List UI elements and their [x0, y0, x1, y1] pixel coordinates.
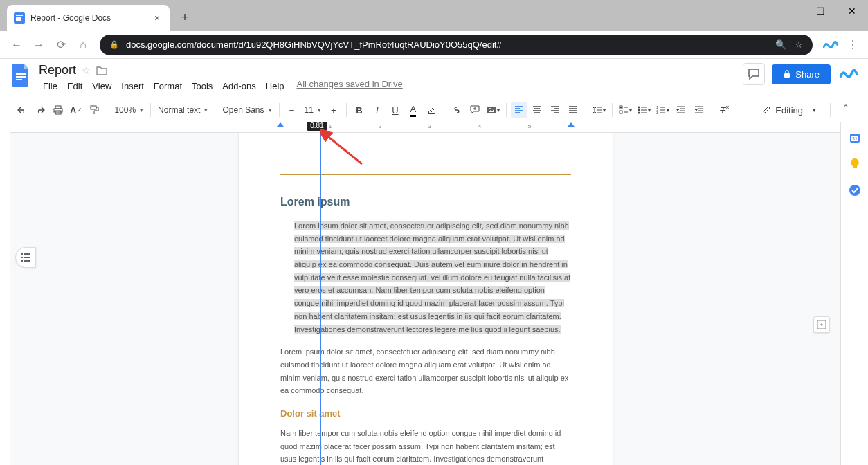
- menu-format[interactable]: Format: [150, 79, 186, 93]
- numbered-list-button[interactable]: 123▾: [654, 102, 671, 118]
- docs-favicon: [14, 12, 25, 24]
- forward-button[interactable]: →: [28, 34, 50, 56]
- increase-indent-button[interactable]: [691, 102, 707, 118]
- calendar-icon[interactable]: 31: [848, 131, 862, 145]
- zoom-select[interactable]: 100%: [111, 105, 146, 115]
- align-center-button[interactable]: [529, 102, 545, 118]
- insert-link-button[interactable]: [449, 102, 465, 118]
- editing-mode-select[interactable]: Editing ▾: [754, 102, 823, 118]
- menu-help[interactable]: Help: [262, 79, 289, 93]
- keep-icon[interactable]: [848, 157, 862, 171]
- heading-dolor-sit-amet[interactable]: Dolor sit amet: [280, 408, 571, 419]
- underline-button[interactable]: U: [387, 102, 404, 118]
- italic-button[interactable]: I: [369, 102, 386, 118]
- svg-point-13: [638, 107, 640, 109]
- insert-image-button[interactable]: ▾: [485, 102, 502, 118]
- side-panel: 31: [840, 122, 868, 465]
- tasks-icon[interactable]: [848, 183, 862, 197]
- print-button[interactable]: [50, 102, 66, 118]
- menu-addons[interactable]: Add-ons: [218, 79, 260, 93]
- svg-point-10: [489, 108, 491, 109]
- menu-file[interactable]: File: [39, 79, 62, 93]
- star-icon[interactable]: ☆: [82, 65, 91, 76]
- horizontal-rule: [280, 174, 571, 175]
- menu-edit[interactable]: Edit: [63, 79, 87, 93]
- bulleted-list-button[interactable]: ▾: [635, 102, 653, 118]
- paragraph-3[interactable]: Nam liber tempor cum soluta nobis eleife…: [280, 427, 571, 465]
- font-size-select[interactable]: 11: [302, 105, 324, 115]
- reload-button[interactable]: ⟳: [50, 34, 72, 56]
- outline-toggle-button[interactable]: [15, 247, 36, 268]
- menubar: File Edit View Insert Format Tools Add-o…: [39, 79, 403, 93]
- menu-insert[interactable]: Insert: [117, 79, 148, 93]
- tab-close-icon[interactable]: ×: [152, 12, 163, 24]
- svg-point-15: [638, 112, 640, 114]
- maximize-button[interactable]: ☐: [804, 0, 836, 22]
- svg-rect-0: [16, 73, 26, 75]
- font-select[interactable]: Open Sans: [219, 105, 274, 115]
- tab-title: Report - Google Docs: [30, 13, 152, 23]
- ruler-mark-5: 5: [528, 123, 531, 129]
- paragraph-1[interactable]: Lorem ipsum dolor sit amet, consectetuer…: [280, 219, 571, 336]
- extension-icon[interactable]: [821, 35, 840, 55]
- svg-rect-4: [55, 106, 61, 109]
- text-color-button[interactable]: A: [405, 102, 422, 118]
- font-size-increase[interactable]: +: [325, 102, 342, 118]
- spellcheck-button[interactable]: A✓: [68, 102, 84, 118]
- bold-button[interactable]: B: [351, 102, 368, 118]
- indent-tooltip: 0.81: [307, 122, 327, 131]
- share-button[interactable]: Share: [772, 64, 831, 84]
- zoom-icon[interactable]: 🔍: [775, 39, 786, 50]
- explore-button[interactable]: [813, 316, 830, 333]
- indent-guide-line: [320, 133, 321, 465]
- docs-toolbar: A✓ 100% Normal text Open Sans − 11 + B I…: [0, 98, 868, 122]
- comments-button[interactable]: [743, 63, 765, 85]
- undo-button[interactable]: [14, 102, 30, 118]
- document-title[interactable]: Report: [39, 63, 76, 78]
- align-left-button[interactable]: [511, 102, 527, 118]
- browser-tab[interactable]: Report - Google Docs ×: [7, 5, 170, 31]
- line-spacing-button[interactable]: ▾: [590, 102, 608, 118]
- paragraph-2[interactable]: Lorem ipsum dolor sit amet, consectetuer…: [280, 345, 571, 397]
- ruler-mark-2: 2: [379, 123, 381, 129]
- save-status[interactable]: All changes saved in Drive: [297, 79, 403, 93]
- document-page[interactable]: Lorem ipsum Lorem ipsum dolor sit amet, …: [239, 133, 613, 465]
- bookmark-icon[interactable]: ☆: [795, 39, 803, 50]
- decrease-indent-button[interactable]: [673, 102, 689, 118]
- url-text: docs.google.com/document/d/1u92QH8GiHNbV…: [126, 39, 502, 50]
- first-line-indent-marker[interactable]: [277, 122, 284, 127]
- style-select[interactable]: Normal text: [155, 105, 210, 115]
- close-window-button[interactable]: ✕: [836, 0, 868, 22]
- font-size-decrease[interactable]: −: [284, 102, 300, 118]
- move-folder-icon[interactable]: [96, 66, 107, 75]
- hide-menus-button[interactable]: ˆ: [838, 102, 854, 118]
- svg-rect-9: [487, 107, 496, 113]
- svg-rect-8: [428, 113, 435, 114]
- svg-point-24: [849, 185, 860, 196]
- right-indent-marker[interactable]: [568, 122, 575, 127]
- insert-comment-button[interactable]: [467, 102, 483, 118]
- menu-tools[interactable]: Tools: [188, 79, 217, 93]
- vertical-ruler[interactable]: [0, 122, 10, 465]
- redo-button[interactable]: [32, 102, 48, 118]
- docs-logo-icon[interactable]: [8, 63, 33, 88]
- new-tab-button[interactable]: +: [175, 8, 195, 27]
- svg-rect-3: [784, 73, 790, 78]
- highlight-button[interactable]: [423, 102, 440, 118]
- share-label: Share: [795, 69, 820, 80]
- browser-menu-icon[interactable]: ⋮: [843, 35, 862, 55]
- paint-format-button[interactable]: [86, 102, 102, 118]
- document-scroll-area[interactable]: 1 2 3 4 5 0.81 Lorem ipsum Lorem ipsum d…: [10, 122, 840, 465]
- back-button[interactable]: ←: [6, 34, 28, 56]
- account-avatar[interactable]: [838, 63, 860, 85]
- heading-lorem-ipsum[interactable]: Lorem ipsum: [280, 196, 571, 208]
- align-right-button[interactable]: [547, 102, 563, 118]
- home-button[interactable]: ⌂: [72, 34, 94, 56]
- menu-view[interactable]: View: [88, 79, 116, 93]
- clear-formatting-button[interactable]: T×: [716, 102, 733, 118]
- align-justify-button[interactable]: [565, 102, 581, 118]
- minimize-button[interactable]: —: [772, 0, 804, 22]
- checklist-button[interactable]: ▾: [617, 102, 634, 118]
- url-bar[interactable]: 🔒 docs.google.com/document/d/1u92QH8GiHN…: [100, 35, 813, 55]
- horizontal-ruler[interactable]: 1 2 3 4 5 0.81: [10, 122, 840, 133]
